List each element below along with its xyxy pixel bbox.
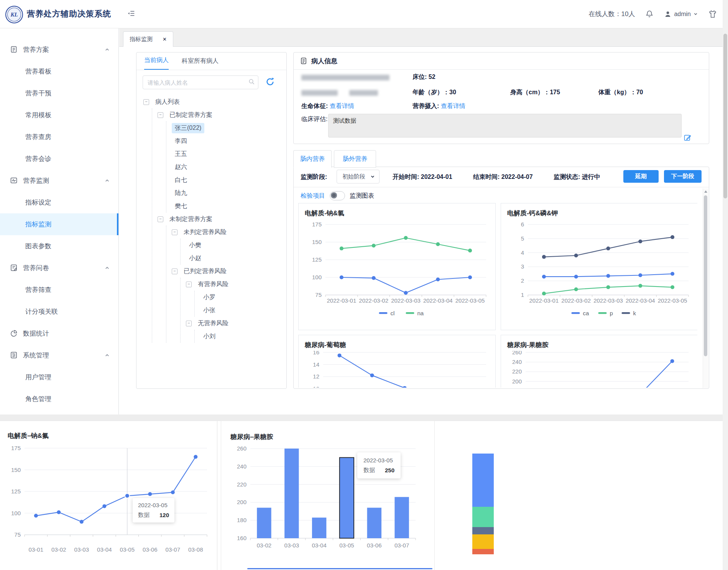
sidebar-item[interactable]: 指标监测 [0, 213, 118, 235]
workspace-tabbar: 指标监测 ✕ [119, 28, 723, 47]
tree-leaf-patient[interactable]: 小樊 [186, 239, 284, 252]
svg-text:2022-03-02: 2022-03-02 [561, 297, 591, 304]
tree-node[interactable]: 有营养风险 [186, 278, 284, 291]
collapse-node-icon[interactable] [158, 112, 163, 118]
refresh-icon[interactable] [265, 77, 275, 87]
tree-leaf-patient[interactable]: 小罗 [200, 291, 284, 304]
svg-text:03-05: 03-05 [339, 542, 354, 549]
legend-color-segment [472, 549, 494, 554]
patient-search-input[interactable] [143, 75, 258, 89]
tree-leaf-patient[interactable]: 赵六 [172, 161, 284, 174]
search-icon[interactable] [248, 79, 255, 85]
chart-card: 糖尿病-葡萄糖8101214162022-03-012022-03-022022… [298, 335, 496, 388]
sidebar-group[interactable]: 数据统计 [0, 323, 118, 344]
user-menu[interactable]: admin [664, 10, 698, 18]
sidebar-item[interactable]: 营养筛查 [0, 279, 118, 301]
tree-node[interactable]: 已判定营养风险 [172, 265, 284, 278]
select-caret-icon [370, 174, 375, 179]
svg-text:175: 175 [11, 445, 21, 451]
patient-info-header: 病人信息 [294, 52, 709, 70]
svg-text:150: 150 [312, 239, 322, 245]
tree-leaf-patient[interactable]: 小张 [200, 304, 284, 317]
delay-button[interactable]: 延期 [623, 170, 659, 183]
theme-icon[interactable] [708, 10, 717, 19]
bottom-chart-fructosamine: 糖尿病–果糖胺 16018020022024026003-0203-0303-0… [221, 421, 435, 570]
sidebar-item[interactable]: 角色管理 [0, 388, 118, 410]
tree-label-selected: 张三(022) [172, 123, 204, 133]
horizontal-scrollbar[interactable] [247, 568, 432, 569]
end-time-field: 结束时间: 2022-04-07 [473, 173, 533, 181]
view-toggle-row: 检验项目 监测图表 [301, 191, 374, 201]
menu-collapse-icon[interactable] [127, 9, 136, 18]
sidebar-item[interactable]: 常用模板 [0, 104, 118, 126]
line-chart[interactable]: 751001251501752022-03-012022-03-022022-0… [299, 219, 495, 325]
stage-select[interactable]: 初始阶段 [337, 170, 380, 183]
view-toggle-switch[interactable] [330, 191, 345, 200]
sidebar-item[interactable]: 计分项关联 [0, 301, 118, 323]
bed-field: 床位: 52 [412, 73, 435, 81]
tab-indicator-monitoring[interactable]: 指标监测 ✕ [123, 31, 173, 47]
bell-icon[interactable] [645, 10, 654, 19]
tab-enteral-nutrition[interactable]: 肠内营养 [293, 150, 332, 168]
lab-items-link[interactable]: 检验项目 [301, 192, 325, 200]
sidebar-item[interactable]: 用户管理 [0, 366, 118, 388]
vitals-detail-link[interactable]: 查看详情 [330, 103, 354, 109]
line-chart[interactable]: 1234562022-03-012022-03-022022-03-032022… [501, 219, 697, 325]
app-header: KL 营养处方辅助决策系统 在线人数：10人 admin [0, 0, 728, 28]
scrollbar-thumb[interactable] [723, 34, 727, 198]
sidebar-group[interactable]: 营养方案 [0, 39, 118, 61]
sidebar-group[interactable]: 营养问卷 [0, 257, 118, 279]
legend-color-bar [472, 454, 494, 554]
scroll-up-icon[interactable] [704, 190, 707, 193]
panel-scrollbar[interactable] [703, 188, 708, 388]
page-scrollbar[interactable] [723, 0, 728, 570]
tree-leaf-patient[interactable]: 王五 [172, 147, 284, 161]
collapse-node-icon[interactable] [172, 229, 177, 235]
tree-node[interactable]: 已制定营养方案 [158, 108, 284, 121]
tree-node[interactable]: 无营养风险 [186, 317, 284, 330]
collapse-node-icon[interactable] [186, 321, 192, 326]
tree-leaf-patient[interactable]: 小赵 [186, 252, 284, 265]
collapse-node-icon[interactable] [143, 99, 149, 105]
tree-node[interactable]: 病人列表 [143, 95, 284, 108]
scrollbar-thumb[interactable] [704, 195, 707, 356]
tree-leaf-patient[interactable]: 白七 [172, 174, 284, 187]
tree-leaf-patient[interactable]: 陆九 [172, 187, 284, 200]
sidebar-group[interactable]: 营养监测 [0, 170, 118, 192]
collapse-node-icon[interactable] [186, 282, 192, 287]
close-tab-icon[interactable]: ✕ [163, 36, 167, 42]
line-chart[interactable]: 1601802002202402602022-03-012022-03-0220… [501, 351, 697, 388]
sidebar-group[interactable]: 系统管理 [0, 344, 118, 366]
line-chart[interactable]: 8101214162022-03-012022-03-022022-03-032… [299, 351, 495, 388]
legend-color-segment [472, 534, 494, 549]
sidebar-item[interactable]: 营养查房 [0, 126, 118, 148]
intake-detail-link[interactable]: 查看详情 [441, 103, 465, 109]
charts-area: 电解质-钠&氯751001251501752022-03-012022-03-0… [298, 203, 697, 388]
sidebar-item[interactable]: 图表参数 [0, 235, 118, 257]
svg-text:180: 180 [237, 517, 247, 523]
tab-current-patients[interactable]: 当前病人 [144, 56, 169, 70]
svg-text:2022-03-05: 2022-03-05 [455, 297, 485, 304]
sidebar-item[interactable]: 营养会诊 [0, 148, 118, 170]
tab-parenteral-nutrition[interactable]: 肠外营养 [334, 150, 376, 168]
sidebar-item[interactable]: 营养干预 [0, 82, 118, 104]
tree-leaf-patient[interactable]: 张三(022) [172, 121, 284, 134]
line-chart[interactable]: 7510012515017503-0103-0203-0303-0403-050… [2, 445, 212, 560]
svg-text:03-01: 03-01 [29, 546, 43, 553]
edit-icon[interactable] [684, 134, 691, 141]
assessment-textarea[interactable]: 测试数据 [328, 114, 682, 138]
next-stage-button[interactable]: 下一阶段 [664, 170, 702, 183]
collapse-node-icon[interactable] [158, 216, 163, 222]
tree-label: 有营养风险 [195, 279, 232, 290]
document-icon [10, 46, 18, 54]
sidebar-item[interactable]: 指标设定 [0, 192, 118, 213]
tree-node[interactable]: 未制定营养方案 [158, 213, 284, 226]
collapse-node-icon[interactable] [172, 269, 177, 274]
tree-leaf-patient[interactable]: 樊七 [172, 200, 284, 213]
tree-leaf-patient[interactable]: 李四 [172, 134, 284, 147]
tab-department-patients[interactable]: 科室所有病人 [182, 57, 219, 70]
sidebar-item[interactable]: 营养看板 [0, 61, 118, 82]
tree-node[interactable]: 未判定营养风险 [172, 226, 284, 239]
tree-leaf-patient[interactable]: 小刘 [200, 330, 284, 343]
bottom-chart-title: 电解质–钠&氟 [8, 431, 49, 440]
